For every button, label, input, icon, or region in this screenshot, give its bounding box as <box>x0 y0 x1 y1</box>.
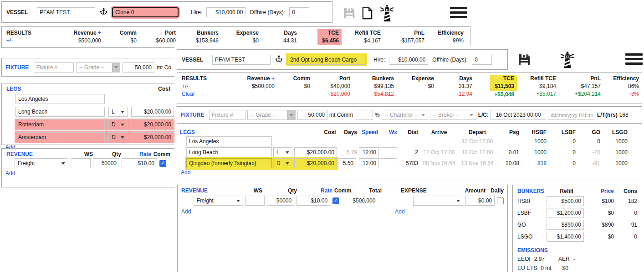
vessel-name-input[interactable] <box>212 55 271 65</box>
add-revenue-link[interactable]: Add <box>5 170 175 176</box>
leg-depart: 13 Nov 16:54 <box>458 160 496 166</box>
offhire-input[interactable] <box>472 55 492 65</box>
menu-hamburger-icon[interactable] <box>450 7 467 18</box>
leg-wx-input[interactable] <box>380 147 397 157</box>
col-delta: -$54,812 <box>350 90 394 98</box>
leg-port-input[interactable] <box>186 136 272 146</box>
leg-port-input[interactable] <box>15 107 105 117</box>
leg-type-select[interactable]: D <box>108 119 128 130</box>
leg-type-select[interactable]: D <box>108 132 128 142</box>
rate-input[interactable] <box>122 158 157 168</box>
refill-header: Refill <box>549 188 584 194</box>
qty-header: Qty <box>262 187 297 194</box>
speed-header-link[interactable]: Speed <box>359 129 380 135</box>
right-fixture-bar: FIXTURE -- Grade -- mt Comm % -- Charter… <box>177 106 642 124</box>
offhire-input[interactable] <box>289 7 309 17</box>
refill-price-input[interactable] <box>547 208 584 218</box>
hire-input[interactable] <box>389 55 428 65</box>
results-clear-link[interactable]: Clear <box>182 90 233 98</box>
revenue-type-select[interactable]: Freight <box>194 196 244 206</box>
lighthouse-icon[interactable] <box>378 5 395 23</box>
clone-name-input[interactable] <box>112 7 179 17</box>
leg-type-select[interactable]: L <box>108 107 128 117</box>
hire-input[interactable] <box>206 7 245 17</box>
laytime-label: L/T(hrs) <box>597 112 618 118</box>
anchor-icon[interactable] <box>275 55 283 65</box>
leg-port-input[interactable] <box>186 147 272 157</box>
new-document-icon[interactable] <box>361 6 374 21</box>
daily-checkbox[interactable] <box>497 197 504 204</box>
leg-cost-input[interactable] <box>131 107 174 117</box>
qty-input[interactable] <box>267 196 294 206</box>
laycan-to-input[interactable] <box>548 110 595 120</box>
leg-cost-input[interactable] <box>131 119 174 130</box>
bunker-row: GO $890 91 <box>517 220 637 230</box>
expense-amount-input[interactable] <box>465 196 495 206</box>
add-leg-link[interactable]: Add <box>181 169 638 176</box>
lighthouse-icon[interactable] <box>559 51 576 70</box>
leg-psg: 0.01 <box>496 149 521 156</box>
charterer-select[interactable]: -- Charterer -- <box>382 110 428 120</box>
option-name-input[interactable] <box>287 55 366 65</box>
expense-type-select[interactable] <box>413 196 463 206</box>
leg-speed-input[interactable] <box>359 147 379 157</box>
fixture-number-input[interactable] <box>34 62 74 73</box>
cargo-qty-input[interactable] <box>123 62 154 73</box>
comm-checkbox[interactable] <box>159 160 166 167</box>
leg-cost-input[interactable] <box>294 158 337 168</box>
rate-input[interactable] <box>296 196 330 206</box>
grade-select[interactable]: -- Grade -- <box>247 110 296 120</box>
revenue-plus-link[interactable]: + <box>271 75 275 82</box>
menu-hamburger-icon[interactable] <box>625 53 643 65</box>
add-revenue-link[interactable]: Add <box>181 208 191 215</box>
leg-speed-input[interactable] <box>359 158 379 168</box>
fixture-number-input[interactable] <box>209 110 245 120</box>
ws-input[interactable] <box>71 158 91 168</box>
leg-wx-input[interactable] <box>380 158 397 168</box>
comm-checkbox[interactable] <box>332 197 339 204</box>
comm-pct-input[interactable] <box>355 110 373 120</box>
revenue-type-select[interactable]: Freight <box>15 158 68 168</box>
save-icon[interactable] <box>517 52 532 68</box>
anchor-icon[interactable] <box>99 7 108 17</box>
leg-dist: 2 <box>399 149 420 156</box>
euets-label: EU ETS <box>517 265 537 271</box>
wx-header-link[interactable]: Wx <box>380 129 399 135</box>
leg-cost-input[interactable] <box>131 132 174 142</box>
refill-price-input[interactable] <box>547 232 584 242</box>
save-icon-disabled[interactable] <box>342 6 356 21</box>
rate-header-link[interactable]: Rate <box>297 187 332 194</box>
price-value: $0 <box>584 233 614 240</box>
results-adjust-link[interactable]: +/- <box>6 37 64 45</box>
qty-input[interactable] <box>93 158 119 168</box>
leg-type-select[interactable]: D <box>273 158 292 168</box>
ws-input[interactable] <box>245 196 265 206</box>
vessel-name-input[interactable] <box>37 7 95 17</box>
leg-type-select[interactable]: L <box>273 147 292 157</box>
col-value: $4,167 <box>339 37 381 45</box>
refill-price-input[interactable] <box>547 220 584 230</box>
fuel-label: LSGO <box>517 233 547 240</box>
leg-days-input[interactable] <box>338 158 356 168</box>
grade-select[interactable]: -- Grade -- <box>76 62 120 73</box>
aer-value: - <box>573 256 575 262</box>
leg-cost-input[interactable] <box>294 147 337 157</box>
rate-header-link[interactable]: Rate <box>121 151 151 157</box>
add-expense-link[interactable]: Add <box>395 208 404 215</box>
revenue-plus-link[interactable]: + <box>98 30 101 36</box>
col-delta: -12.94 <box>434 90 472 98</box>
leg-port-input[interactable] <box>15 94 105 104</box>
leg-port-input[interactable] <box>15 132 105 142</box>
cargo-qty-input[interactable] <box>297 110 327 120</box>
price-header-link[interactable]: Price <box>584 188 614 194</box>
results-adjust-link[interactable]: +/- <box>182 83 233 90</box>
tce-value: $6,456 <box>322 37 339 45</box>
leg-port-input[interactable] <box>186 158 272 168</box>
dropdown-arrow-icon <box>112 63 120 72</box>
refill-price-input[interactable] <box>547 196 584 206</box>
col-delta: +$5,017 <box>514 90 556 98</box>
leg-port-input[interactable] <box>15 119 105 130</box>
broker-select[interactable]: -- Broker -- <box>430 110 476 120</box>
leg-depart: 12 Oct 17:00 <box>458 138 496 145</box>
laycan-from-input[interactable] <box>491 110 546 120</box>
